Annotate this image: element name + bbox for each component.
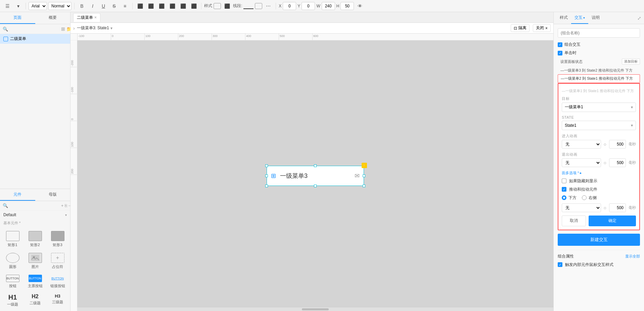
canvas-tab-close-icon[interactable]: × — [94, 15, 97, 20]
grid-icon[interactable]: ⊞ — [61, 26, 65, 32]
handle-tl[interactable] — [265, 164, 268, 167]
tab-interact[interactable]: 交互 — [571, 12, 588, 24]
push-pull-row[interactable]: 推动和拉动元件 — [562, 187, 636, 192]
fill-box-icon[interactable] — [214, 3, 221, 9]
trigger-inner-checkbox[interactable] — [558, 262, 562, 267]
action-item-1[interactable]: —一级菜单3 到 State2 推动和拉动元件 下方 — [558, 67, 640, 74]
add-component-icon[interactable]: + — [61, 203, 63, 208]
component-button[interactable]: BUTTON 按钮 — [3, 273, 22, 290]
handle-bl[interactable] — [265, 185, 268, 187]
handle-bm[interactable] — [314, 185, 317, 187]
font-family-select[interactable]: Arial — [29, 2, 47, 10]
underline-btn[interactable]: U — [99, 1, 108, 11]
y-input[interactable] — [302, 2, 315, 10]
font-style-select[interactable]: Normal — [48, 2, 72, 10]
component-circle[interactable]: 圆形 — [3, 251, 22, 271]
list-btn[interactable]: ≡ — [120, 1, 130, 11]
trigger-inner-row[interactable]: 触发内部元件鼠标交互样式 — [558, 262, 640, 268]
layer-item-erjicaidan[interactable]: 二级菜单 — [0, 34, 70, 44]
italic-btn[interactable]: I — [88, 1, 97, 11]
direction-anim-duration-input[interactable] — [609, 203, 626, 212]
handle-tm[interactable] — [314, 164, 317, 167]
component-primary-button[interactable]: BUTTON 主票按钮 — [25, 273, 45, 290]
if-hidden-checkbox[interactable] — [562, 179, 566, 183]
radio-below[interactable]: 下方 — [562, 195, 577, 201]
strikethrough-btn[interactable]: S — [109, 1, 119, 11]
radio-right[interactable]: 右侧 — [582, 195, 597, 201]
radio-below-circle[interactable] — [562, 195, 566, 200]
dir-anim-decrement-icon[interactable]: ○ — [604, 205, 606, 210]
exit-anim-decrement-icon[interactable]: ○ — [604, 160, 606, 165]
show-all-link[interactable]: 显示全部 — [625, 254, 640, 259]
tab-style[interactable]: 样式 — [556, 12, 571, 24]
align-right-btn[interactable]: ⬛ — [157, 1, 166, 11]
action-item-3-gray[interactable]: —一级菜单1 到 State1 推动和拉动元件 下方 — [562, 87, 636, 96]
canvas-state-dropdown-icon[interactable]: ▾ — [110, 26, 112, 31]
canvas-close-btn[interactable]: 关闭 × — [533, 24, 551, 32]
target-value-box[interactable]: 一级菜单1 ▾ — [562, 103, 636, 112]
canvas-left-arrow-icon[interactable]: › — [73, 26, 75, 31]
state-value-box[interactable]: State1 ▾ — [562, 121, 636, 130]
component-search-input[interactable] — [9, 203, 60, 208]
scrollbar-thumb[interactable] — [302, 308, 329, 310]
component-h2[interactable]: H2 二级题 — [25, 293, 45, 308]
handle-br[interactable] — [363, 185, 365, 187]
tab-elements[interactable]: 元件 — [0, 189, 35, 201]
component-rect1[interactable]: 矩形1 — [3, 230, 22, 249]
group-name-input[interactable] — [558, 28, 640, 38]
copy-component-icon[interactable]: ⎘ — [65, 203, 67, 208]
component-rect2[interactable]: 矩形2 — [25, 230, 45, 249]
menu-icon[interactable]: ☰ — [3, 1, 12, 11]
isolate-btn[interactable]: ⊡ 隔离 — [511, 24, 530, 32]
exit-anim-duration-input[interactable] — [609, 158, 626, 167]
radio-right-circle[interactable] — [582, 195, 587, 200]
tab-master[interactable]: 母版 — [35, 189, 71, 201]
expand-panel-icon[interactable]: ⤢ — [637, 15, 641, 21]
new-interaction-btn[interactable]: 新建交互 — [558, 234, 640, 246]
tab-page[interactable]: 页面 — [0, 12, 35, 24]
direction-anim-select[interactable]: 无 — [562, 203, 601, 212]
w-input[interactable] — [322, 2, 335, 10]
canvas-scrollbar-bottom[interactable] — [77, 307, 553, 311]
component-h3[interactable]: H3 三级题 — [48, 293, 67, 308]
handle-ml[interactable] — [265, 174, 268, 177]
canvas-viewport[interactable]: ⊞ 一级菜单3 ✉ ⚡ — [77, 40, 553, 311]
component-placeholder[interactable]: + 占位符 — [48, 251, 67, 271]
align-center-btn[interactable]: ⬛ — [146, 1, 155, 11]
align-justify-btn[interactable]: ⬛ — [168, 1, 177, 11]
component-image[interactable]: 图片 — [25, 251, 45, 271]
align-extra-btn[interactable]: ⬛ — [189, 1, 198, 11]
search-input[interactable] — [9, 27, 60, 31]
tab-outline[interactable]: 概要 — [35, 12, 71, 24]
tab-note[interactable]: 说明 — [588, 12, 603, 24]
add-target-btn[interactable]: 添加目标 — [622, 59, 640, 65]
align-left-btn[interactable]: ⬛ — [135, 1, 145, 11]
bold-btn[interactable]: B — [77, 1, 87, 11]
enter-anim-decrement-icon[interactable]: ○ — [604, 142, 606, 147]
enter-anim-duration-input[interactable] — [609, 140, 626, 149]
eye-icon[interactable]: 👁 — [355, 1, 365, 11]
h-input[interactable] — [340, 2, 354, 10]
confirm-btn[interactable]: 确定 — [589, 216, 636, 226]
canvas-element-yijicaidan3[interactable]: ⊞ 一级菜单3 ✉ ⚡ — [267, 166, 364, 186]
cancel-btn[interactable]: 取消 — [562, 216, 586, 226]
more-options-label[interactable]: 面多选项 * — [562, 170, 636, 176]
align-more-btn[interactable]: ⬛ — [178, 1, 188, 11]
group-interact-checkbox[interactable] — [558, 42, 562, 47]
component-h1[interactable]: H1 一级题 — [3, 293, 22, 308]
fill-gradient-icon[interactable]: ⬛ — [222, 1, 232, 11]
x-input[interactable] — [283, 2, 296, 10]
dropdown-icon[interactable]: ▾ — [13, 1, 23, 11]
exit-anim-select[interactable]: 无 — [562, 158, 601, 167]
stroke-options-icon[interactable]: ⋯ — [264, 1, 273, 11]
component-link-button[interactable]: BUTTON 链接按钮 — [48, 273, 67, 290]
on-click-checkbox[interactable] — [558, 51, 562, 55]
component-rect3[interactable]: 矩形3 — [48, 230, 67, 249]
stroke-box-icon[interactable] — [255, 3, 262, 9]
if-hidden-row[interactable]: 如果隐藏则显示 — [562, 178, 636, 184]
handle-mr[interactable] — [363, 174, 365, 177]
push-pull-checkbox[interactable] — [562, 187, 566, 192]
canvas-tab-erjicaidan[interactable]: 二级菜单 × — [73, 13, 100, 22]
enter-anim-select[interactable]: 无 — [562, 140, 601, 149]
action-item-2[interactable]: —一级菜单2 到 State1 推动和拉动元件 下方 — [558, 74, 640, 83]
